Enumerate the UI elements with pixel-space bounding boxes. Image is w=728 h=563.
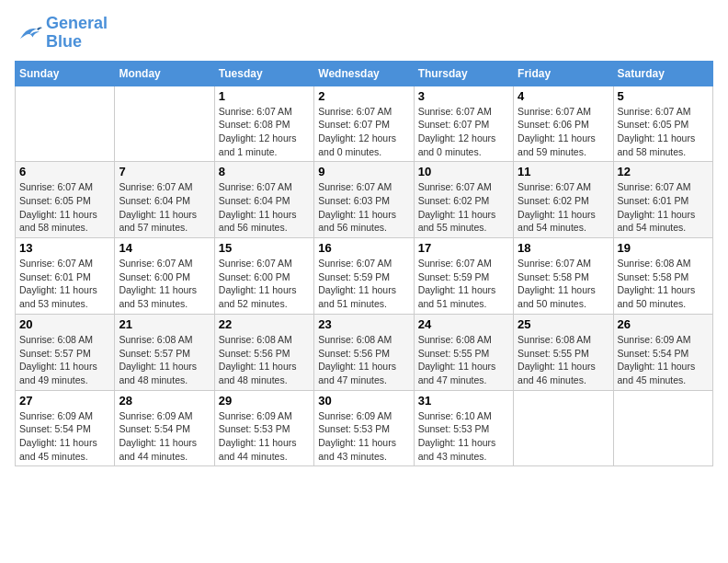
day-info: Sunrise: 6:07 AM Sunset: 5:59 PM Dayligh… bbox=[318, 257, 409, 311]
calendar-cell: 29Sunrise: 6:09 AM Sunset: 5:53 PM Dayli… bbox=[214, 390, 313, 466]
day-info: Sunrise: 6:07 AM Sunset: 5:59 PM Dayligh… bbox=[418, 257, 509, 311]
day-number: 22 bbox=[219, 317, 310, 331]
day-info: Sunrise: 6:09 AM Sunset: 5:54 PM Dayligh… bbox=[618, 333, 709, 387]
day-info: Sunrise: 6:07 AM Sunset: 6:03 PM Dayligh… bbox=[318, 180, 409, 235]
calendar-cell: 23Sunrise: 6:08 AM Sunset: 5:56 PM Dayli… bbox=[314, 314, 414, 390]
day-info: Sunrise: 6:07 AM Sunset: 6:01 PM Dayligh… bbox=[19, 257, 110, 311]
calendar-cell: 11Sunrise: 6:07 AM Sunset: 6:02 PM Dayli… bbox=[514, 162, 613, 238]
calendar-cell: 10Sunrise: 6:07 AM Sunset: 6:02 PM Dayli… bbox=[414, 162, 513, 238]
day-number: 17 bbox=[418, 241, 509, 255]
calendar-cell: 3Sunrise: 6:07 AM Sunset: 6:07 PM Daylig… bbox=[414, 86, 513, 162]
day-number: 30 bbox=[318, 394, 409, 408]
day-info: Sunrise: 6:08 AM Sunset: 5:58 PM Dayligh… bbox=[618, 257, 709, 311]
calendar-cell: 4Sunrise: 6:07 AM Sunset: 6:06 PM Daylig… bbox=[514, 86, 613, 162]
day-number: 25 bbox=[518, 317, 609, 331]
day-info: Sunrise: 6:07 AM Sunset: 6:01 PM Dayligh… bbox=[618, 180, 709, 235]
calendar-cell: 16Sunrise: 6:07 AM Sunset: 5:59 PM Dayli… bbox=[314, 238, 414, 315]
day-info: Sunrise: 6:08 AM Sunset: 5:55 PM Dayligh… bbox=[518, 333, 609, 387]
calendar-cell: 21Sunrise: 6:08 AM Sunset: 5:57 PM Dayli… bbox=[115, 314, 214, 390]
calendar-week-row: 13Sunrise: 6:07 AM Sunset: 6:01 PM Dayli… bbox=[16, 238, 713, 315]
calendar-cell: 5Sunrise: 6:07 AM Sunset: 6:05 PM Daylig… bbox=[613, 86, 712, 162]
calendar-table: SundayMondayTuesdayWednesdayThursdayFrid… bbox=[15, 61, 713, 467]
calendar-cell: 22Sunrise: 6:08 AM Sunset: 5:56 PM Dayli… bbox=[214, 314, 313, 390]
day-of-week-header: Friday bbox=[514, 61, 613, 86]
day-info: Sunrise: 6:07 AM Sunset: 6:08 PM Dayligh… bbox=[219, 105, 310, 159]
day-info: Sunrise: 6:07 AM Sunset: 6:02 PM Dayligh… bbox=[518, 180, 609, 235]
day-number: 5 bbox=[618, 89, 709, 103]
day-number: 27 bbox=[19, 394, 110, 408]
day-number: 18 bbox=[518, 241, 609, 255]
day-info: Sunrise: 6:09 AM Sunset: 5:54 PM Dayligh… bbox=[119, 409, 210, 464]
day-info: Sunrise: 6:07 AM Sunset: 6:07 PM Dayligh… bbox=[418, 105, 509, 159]
day-info: Sunrise: 6:07 AM Sunset: 6:07 PM Dayligh… bbox=[318, 105, 409, 159]
day-number: 15 bbox=[219, 241, 310, 255]
calendar-cell: 24Sunrise: 6:08 AM Sunset: 5:55 PM Dayli… bbox=[414, 314, 513, 390]
calendar-cell: 19Sunrise: 6:08 AM Sunset: 5:58 PM Dayli… bbox=[613, 238, 712, 315]
day-info: Sunrise: 6:07 AM Sunset: 6:00 PM Dayligh… bbox=[219, 257, 310, 311]
logo-text: General Blue bbox=[46, 15, 108, 52]
day-info: Sunrise: 6:09 AM Sunset: 5:53 PM Dayligh… bbox=[219, 409, 310, 464]
day-info: Sunrise: 6:07 AM Sunset: 6:06 PM Dayligh… bbox=[518, 105, 609, 159]
calendar-week-row: 27Sunrise: 6:09 AM Sunset: 5:54 PM Dayli… bbox=[16, 390, 713, 466]
day-number: 8 bbox=[219, 165, 310, 178]
calendar-week-row: 20Sunrise: 6:08 AM Sunset: 5:57 PM Dayli… bbox=[16, 314, 713, 390]
page-header: General Blue bbox=[15, 15, 713, 52]
calendar-cell: 26Sunrise: 6:09 AM Sunset: 5:54 PM Dayli… bbox=[613, 314, 712, 390]
day-of-week-header: Thursday bbox=[414, 61, 513, 86]
calendar-week-row: 1Sunrise: 6:07 AM Sunset: 6:08 PM Daylig… bbox=[16, 86, 713, 162]
calendar-cell: 30Sunrise: 6:09 AM Sunset: 5:53 PM Dayli… bbox=[314, 390, 414, 466]
day-info: Sunrise: 6:09 AM Sunset: 5:53 PM Dayligh… bbox=[318, 409, 409, 464]
calendar-cell: 2Sunrise: 6:07 AM Sunset: 6:07 PM Daylig… bbox=[314, 86, 414, 162]
calendar-cell bbox=[514, 390, 613, 466]
logo-icon bbox=[15, 19, 42, 47]
day-info: Sunrise: 6:07 AM Sunset: 6:05 PM Dayligh… bbox=[19, 180, 110, 235]
day-number: 23 bbox=[318, 317, 409, 331]
day-info: Sunrise: 6:08 AM Sunset: 5:55 PM Dayligh… bbox=[418, 333, 509, 387]
day-of-week-header: Monday bbox=[115, 61, 214, 86]
calendar-cell: 8Sunrise: 6:07 AM Sunset: 6:04 PM Daylig… bbox=[214, 162, 313, 238]
day-info: Sunrise: 6:07 AM Sunset: 6:04 PM Dayligh… bbox=[219, 180, 310, 235]
day-of-week-header: Saturday bbox=[613, 61, 712, 86]
calendar-cell: 9Sunrise: 6:07 AM Sunset: 6:03 PM Daylig… bbox=[314, 162, 414, 238]
calendar-cell: 31Sunrise: 6:10 AM Sunset: 5:53 PM Dayli… bbox=[414, 390, 513, 466]
calendar-header-row: SundayMondayTuesdayWednesdayThursdayFrid… bbox=[16, 61, 713, 86]
calendar-cell: 27Sunrise: 6:09 AM Sunset: 5:54 PM Dayli… bbox=[16, 390, 115, 466]
day-of-week-header: Sunday bbox=[16, 61, 115, 86]
calendar-cell: 6Sunrise: 6:07 AM Sunset: 6:05 PM Daylig… bbox=[16, 162, 115, 238]
day-number: 4 bbox=[518, 89, 609, 103]
day-info: Sunrise: 6:09 AM Sunset: 5:54 PM Dayligh… bbox=[19, 409, 110, 464]
day-info: Sunrise: 6:10 AM Sunset: 5:53 PM Dayligh… bbox=[418, 409, 509, 464]
day-number: 21 bbox=[119, 317, 210, 331]
calendar-cell: 28Sunrise: 6:09 AM Sunset: 5:54 PM Dayli… bbox=[115, 390, 214, 466]
day-number: 28 bbox=[119, 394, 210, 408]
day-info: Sunrise: 6:08 AM Sunset: 5:56 PM Dayligh… bbox=[318, 333, 409, 387]
calendar-cell: 13Sunrise: 6:07 AM Sunset: 6:01 PM Dayli… bbox=[16, 238, 115, 315]
day-number: 9 bbox=[318, 165, 409, 178]
day-info: Sunrise: 6:08 AM Sunset: 5:56 PM Dayligh… bbox=[219, 333, 310, 387]
day-number: 20 bbox=[19, 317, 110, 331]
calendar-cell: 15Sunrise: 6:07 AM Sunset: 6:00 PM Dayli… bbox=[214, 238, 313, 315]
day-info: Sunrise: 6:08 AM Sunset: 5:57 PM Dayligh… bbox=[19, 333, 110, 387]
day-number: 3 bbox=[418, 89, 509, 103]
calendar-cell: 12Sunrise: 6:07 AM Sunset: 6:01 PM Dayli… bbox=[613, 162, 712, 238]
day-number: 26 bbox=[618, 317, 709, 331]
calendar-cell bbox=[16, 86, 115, 162]
day-info: Sunrise: 6:08 AM Sunset: 5:57 PM Dayligh… bbox=[119, 333, 210, 387]
calendar-cell: 20Sunrise: 6:08 AM Sunset: 5:57 PM Dayli… bbox=[16, 314, 115, 390]
logo: General Blue bbox=[15, 15, 108, 52]
calendar-cell bbox=[115, 86, 214, 162]
day-info: Sunrise: 6:07 AM Sunset: 6:00 PM Dayligh… bbox=[119, 257, 210, 311]
calendar-cell: 18Sunrise: 6:07 AM Sunset: 5:58 PM Dayli… bbox=[514, 238, 613, 315]
day-info: Sunrise: 6:07 AM Sunset: 6:02 PM Dayligh… bbox=[418, 180, 509, 235]
day-number: 13 bbox=[19, 241, 110, 255]
day-number: 24 bbox=[418, 317, 509, 331]
calendar-cell: 14Sunrise: 6:07 AM Sunset: 6:00 PM Dayli… bbox=[115, 238, 214, 315]
day-number: 6 bbox=[19, 165, 110, 178]
day-number: 7 bbox=[119, 165, 210, 178]
day-number: 1 bbox=[219, 89, 310, 103]
day-number: 14 bbox=[119, 241, 210, 255]
day-number: 31 bbox=[418, 394, 509, 408]
day-number: 19 bbox=[618, 241, 709, 255]
day-number: 16 bbox=[318, 241, 409, 255]
day-number: 12 bbox=[618, 165, 709, 178]
